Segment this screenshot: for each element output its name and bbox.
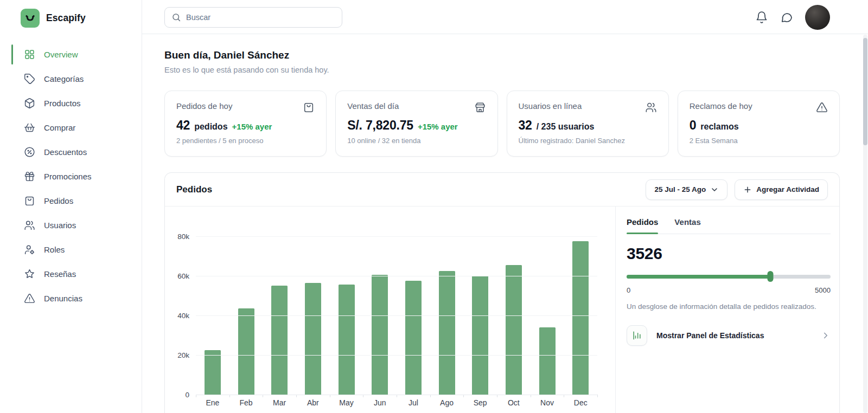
add-activity-button[interactable]: Agregar Actividad xyxy=(735,179,828,200)
orders-panel-header: Pedidos 25 Jul - 25 Ago Agregar Activida… xyxy=(165,173,839,206)
stat-card-value: 32 xyxy=(519,118,532,133)
gridline xyxy=(196,355,597,356)
sidebar-item-label: Roles xyxy=(44,245,65,254)
sidebar-item-label: Pedidos xyxy=(44,196,73,205)
show-stats-button[interactable]: Mostrar Panel de Estadísticas xyxy=(627,325,831,346)
stat-card-delta: +15% ayer xyxy=(418,122,458,131)
slider-max-label: 5000 xyxy=(815,286,831,294)
summary-tabs: PedidosVentas xyxy=(627,217,831,234)
bar-dec[interactable] xyxy=(572,241,589,395)
sidebar-item-pedidos[interactable]: Pedidos xyxy=(0,189,142,213)
chevron-down-icon xyxy=(710,185,719,194)
scrollbar-thumb[interactable] xyxy=(863,38,867,145)
bar-jun[interactable] xyxy=(372,275,388,395)
stat-card[interactable]: Reclamos de hoy 0 reclamos 2 Esta Semana xyxy=(678,91,840,157)
x-axis-tick-label: Jun xyxy=(363,398,397,407)
stat-card[interactable]: Usuarios en línea 32 / 235 usuarios Últi… xyxy=(507,91,669,157)
x-axis-tick-label: Mar xyxy=(263,398,296,407)
greeting: Buen día, Daniel Sánchez Esto es lo que … xyxy=(164,49,329,74)
date-range-label: 25 Jul - 25 Ago xyxy=(654,185,706,193)
tab-ventas[interactable]: Ventas xyxy=(674,217,700,234)
x-axis-tick-label: Abr xyxy=(296,398,330,407)
search-icon xyxy=(171,12,181,22)
sidebar-item-label: Overview xyxy=(44,50,78,59)
sidebar-item-roles[interactable]: Roles xyxy=(0,237,142,262)
sidebar-item-label: Categorías xyxy=(44,74,84,83)
sidebar-item-promociones[interactable]: Promociones xyxy=(0,164,142,189)
chevron-right-icon xyxy=(821,331,831,340)
greeting-title: Buen día, Daniel Sánchez xyxy=(164,49,329,61)
stat-card-value-suffix: / 235 usuarios xyxy=(537,122,595,132)
stat-card-title: Ventas del día xyxy=(347,101,399,111)
bar-ene[interactable] xyxy=(205,350,221,395)
bar-feb[interactable] xyxy=(238,308,254,395)
x-axis-tick-label: Ago xyxy=(430,398,464,407)
sidebar-item-label: Productos xyxy=(44,99,81,108)
stat-card[interactable]: Pedidos de hoy 42 pedidos +15% ayer 2 pe… xyxy=(164,91,327,157)
x-axis-tick-label: Feb xyxy=(229,398,263,407)
alert-triangle-icon xyxy=(816,101,828,113)
sidebar-item-categorias[interactable]: Categorías xyxy=(0,67,142,91)
summary-side-panel: PedidosVentas 3526 0 5000 Un desglose de… xyxy=(615,206,839,413)
sidebar-item-label: Descuentos xyxy=(44,147,87,157)
bar-ago[interactable] xyxy=(439,271,455,395)
sidebar-item-resenas[interactable]: Reseñas xyxy=(0,262,142,286)
sidebar-item-productos[interactable]: Productos xyxy=(0,91,142,115)
date-range-button[interactable]: 25 Jul - 25 Ago xyxy=(646,179,727,200)
bar-may[interactable] xyxy=(339,285,355,395)
sidebar-item-label: Comprar xyxy=(44,123,75,132)
sidebar-item-overview[interactable]: Overview xyxy=(0,42,142,67)
users-icon xyxy=(645,101,657,113)
bar-nov[interactable] xyxy=(539,327,556,395)
sidebar-item-comprar[interactable]: Comprar xyxy=(0,115,142,140)
x-axis-tick-label: Oct xyxy=(497,398,531,407)
alert-triangle-icon xyxy=(24,293,35,304)
slider-thumb[interactable] xyxy=(768,271,774,282)
chat-icon[interactable] xyxy=(780,11,793,24)
escapify-logo-icon xyxy=(21,9,40,28)
y-axis-tick-label: 80k xyxy=(177,233,189,241)
summary-description: Un desglose de información detalla de pe… xyxy=(627,302,831,311)
user-gear-icon xyxy=(24,244,35,255)
orders-panel-title: Pedidos xyxy=(176,184,212,195)
orders-panel: Pedidos 25 Jul - 25 Ago Agregar Activida… xyxy=(164,172,840,413)
sidebar-item-denuncias[interactable]: Denuncias xyxy=(0,286,142,311)
y-axis-tick-label: 40k xyxy=(177,312,189,320)
bar-sep[interactable] xyxy=(472,276,488,395)
stat-card-subtext: Último registrado: Daniel Sanchez xyxy=(519,137,657,145)
percent-circle-icon xyxy=(24,146,35,158)
x-axis-tick-label: Sep xyxy=(463,398,497,407)
stat-card-value: 42 xyxy=(176,118,190,133)
tab-pedidos[interactable]: Pedidos xyxy=(627,217,658,234)
bar-mar[interactable] xyxy=(271,286,288,395)
search-box[interactable] xyxy=(164,7,342,28)
stat-card-subtext: 2 Esta Semana xyxy=(690,137,828,145)
stat-card-title: Reclamos de hoy xyxy=(690,101,752,111)
orders-slider[interactable] xyxy=(627,271,831,282)
sidebar: Escapify Overview Categorías Productos C… xyxy=(0,0,142,413)
search-input[interactable] xyxy=(186,13,335,22)
sidebar-item-descuentos[interactable]: Descuentos xyxy=(0,140,142,164)
y-axis-tick-label: 60k xyxy=(177,272,189,280)
x-axis-tick-label: Nov xyxy=(531,398,564,407)
bar-jul[interactable] xyxy=(405,281,422,395)
gift-icon xyxy=(24,171,35,182)
stat-card[interactable]: Ventas del día S/. 7,820.75 +15% ayer 10… xyxy=(335,91,497,157)
add-activity-label: Agregar Actividad xyxy=(756,185,819,193)
bell-icon[interactable] xyxy=(755,11,768,24)
orders-counter: 3526 xyxy=(627,244,831,263)
package-icon xyxy=(24,98,35,109)
bar-abr[interactable] xyxy=(305,283,321,395)
bar-oct[interactable] xyxy=(506,265,522,395)
gridline xyxy=(196,276,597,276)
stat-card-value-suffix: reclamos xyxy=(700,122,738,132)
plus-icon xyxy=(743,185,752,194)
user-avatar[interactable] xyxy=(805,5,830,30)
sidebar-item-usuarios[interactable]: Usuarios xyxy=(0,213,142,237)
x-axis-line xyxy=(196,395,597,395)
slider-min-label: 0 xyxy=(627,286,630,294)
layout-grid-icon xyxy=(24,49,35,60)
stat-card-value: 0 xyxy=(690,118,697,133)
x-axis-tick xyxy=(597,395,598,397)
sidebar-item-label: Promociones xyxy=(44,172,92,181)
